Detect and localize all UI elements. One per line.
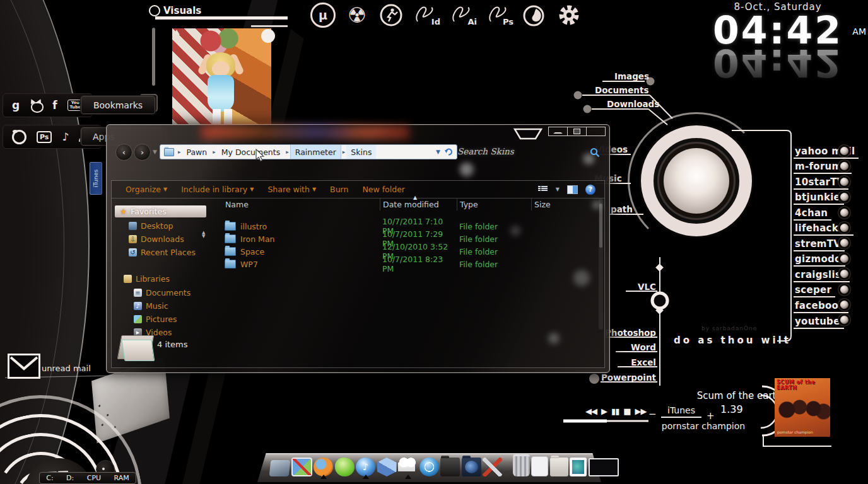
link-knob[interactable] [840,316,848,324]
link-knob[interactable] [840,178,848,186]
quick-link-images[interactable]: Images [614,71,649,81]
play-button[interactable]: ▶ [601,406,607,416]
web-link[interactable]: craigslist [794,267,859,282]
visuals-slider[interactable] [152,28,155,86]
pause-button[interactable]: ▮▮ [611,406,619,416]
back-button[interactable]: ‹ [115,144,132,161]
dock-green-app-icon[interactable] [335,458,355,476]
view-mode-icon[interactable] [538,186,548,193]
file-row[interactable]: illustro 10/7/2011 7:10 PM File folder [222,217,597,229]
column-name[interactable]: Name [222,200,380,209]
illustrator-icon[interactable]: Ai [449,3,477,28]
web-link[interactable]: 10starTV [794,174,859,190]
file-row[interactable]: Iron Man 10/7/2011 7:29 PM File folder [222,229,597,242]
mail-icon[interactable] [8,354,40,379]
column-type[interactable]: Type [457,199,531,210]
link-knob[interactable] [840,301,848,309]
link-knob[interactable] [840,270,848,278]
dock-laptop-icon[interactable] [269,460,291,476]
volume-plus-button[interactable]: + [707,410,715,422]
preview-pane-icon[interactable] [567,185,578,194]
address-dropdown-icon[interactable]: ▼ [436,149,440,155]
link-knob[interactable] [840,239,848,247]
sidebar-item-desktop[interactable]: Desktop [129,221,173,231]
web-link[interactable]: btjunkie [794,190,859,205]
minimize-button[interactable] [548,127,568,136]
column-date-modified[interactable]: Date modified [380,199,457,210]
flame-icon[interactable] [522,3,548,28]
restore-button[interactable] [567,127,587,136]
column-size[interactable]: Size [531,199,569,210]
dock-virtualbox-icon[interactable] [377,458,397,476]
radiation-icon[interactable]: ☢ [344,3,370,28]
dock-notes-icon[interactable] [531,456,548,476]
new-folder-button[interactable]: New folder [362,185,405,194]
burn-button[interactable]: Burn [330,185,348,194]
refresh-icon[interactable] [444,147,453,156]
web-link[interactable]: gizmodo [794,251,859,267]
history-dropdown-icon[interactable]: ▼ [153,149,157,155]
dock-display-icon[interactable] [589,458,619,476]
google-icon[interactable]: g [12,99,20,112]
web-link[interactable]: facebook [794,297,859,313]
rewind-button[interactable]: ◀◀ [585,406,597,416]
search-icon[interactable] [590,147,600,160]
file-row[interactable]: Space 12/10/2010 3:52 PM File folder [222,242,597,255]
web-link[interactable]: sceper [794,282,859,298]
sidebar-item-recent-places[interactable]: ↺ Recent Places [129,248,196,257]
quick-link-documents[interactable]: Documents [595,85,648,95]
music-note-icon[interactable]: ♪ [62,130,69,143]
dock-itunes-icon[interactable]: ♪ [356,458,375,476]
close-button[interactable] [586,127,606,136]
search-box[interactable]: Search Skins [457,146,514,156]
dock-network-folder-icon[interactable] [462,458,481,476]
forward-button-nav[interactable]: › [134,144,151,161]
itunes-taskbar-tab[interactable]: iTunes [90,162,102,195]
web-link[interactable]: stremTV [794,236,859,251]
dock-tools-icon[interactable] [483,458,502,476]
breadcrumb-skins[interactable]: Skins [346,145,376,159]
app-shortcut-powerpoint[interactable]: Powerpoint [599,372,656,383]
pane-splitter-arrows[interactable]: ▲▼ [202,231,205,238]
view-mode-dropdown[interactable]: ▼ [556,187,560,192]
link-knob[interactable] [840,285,848,294]
web-link[interactable]: m-forumz [794,159,859,175]
dock-folder-icon[interactable] [550,458,568,476]
sidebar-item-music[interactable]: ♪ Music [134,301,168,311]
sidebar-item-pictures[interactable]: Pictures [134,314,177,324]
web-link[interactable]: lifehacker [794,221,859,236]
breadcrumb-rainmeter[interactable]: Rainmeter [290,145,341,159]
dock-system-folder-icon[interactable] [440,458,460,476]
sort-arrow-icon[interactable]: ▲ [413,195,417,200]
dock-recycle-bin-icon[interactable] [513,454,530,476]
file-row[interactable]: WP7 10/7/2011 8:23 PM File folder [222,255,597,267]
dock-image-viewer-icon[interactable] [291,458,312,476]
firefox-mini-icon[interactable] [12,130,26,144]
file-list-scrollbar[interactable] [599,199,603,330]
visuals-artwork[interactable] [172,28,271,124]
share-with-menu[interactable]: Share with▼ [267,185,316,194]
bookmarks-button[interactable]: Bookmarks [81,96,155,114]
web-link[interactable]: 4chan [794,205,859,221]
album-art[interactable]: SCUM of the EARTH pornstar champion [775,378,830,437]
link-knob[interactable] [840,193,848,201]
dock-firefox-icon[interactable] [314,458,333,476]
web-link[interactable]: yahoo mail [794,143,859,159]
breadcrumb-pawn[interactable]: Pawn [182,145,211,159]
help-button[interactable]: ? [585,185,595,195]
sidebar-item-downloads[interactable]: ⇩ Downloads [129,234,184,244]
link-knob[interactable] [840,209,848,217]
sidebar-favorites[interactable]: ★ Favorites [115,205,206,217]
settings-gear-icon[interactable] [556,3,582,28]
dock-media-screen-icon[interactable] [570,458,587,476]
link-knob[interactable] [840,224,848,232]
link-knob[interactable] [840,162,848,170]
breadcrumb-my-documents[interactable]: My Documents [217,145,284,159]
devil-icon[interactable] [30,100,42,110]
web-link[interactable]: youtube [794,313,859,329]
facebook-icon[interactable]: f [52,99,57,112]
link-knob[interactable] [840,147,848,155]
forward-button[interactable]: ▶▶ [635,406,647,416]
artwork-dot[interactable] [261,29,275,43]
photoshop-top-icon[interactable]: Ps [486,3,513,28]
